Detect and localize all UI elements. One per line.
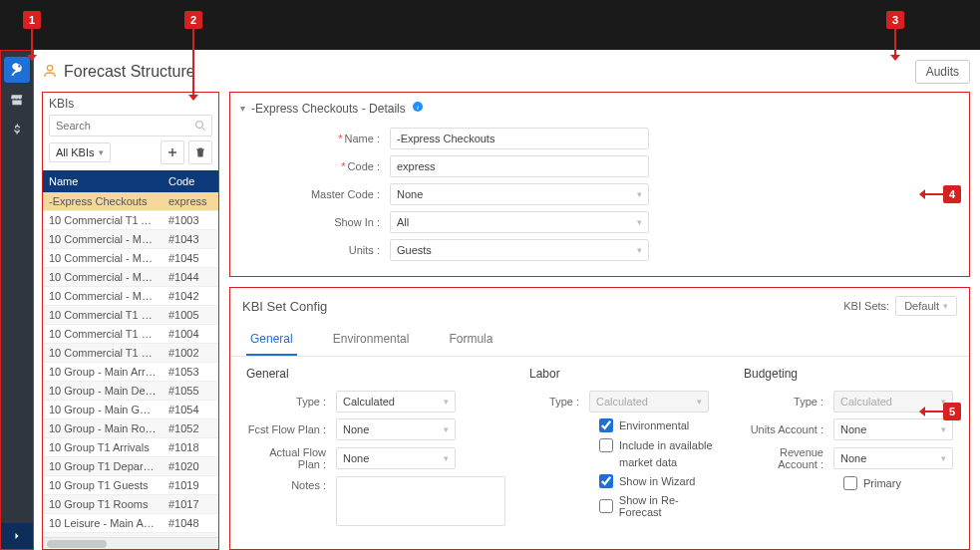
nav-dollar-icon[interactable] — [4, 117, 30, 142]
chevron-down-icon: ▾ — [444, 397, 449, 407]
label-revenue-account: Revenue Account : — [744, 446, 833, 470]
table-row[interactable]: 10 Group - Main Rooms#1052 — [43, 419, 218, 438]
units-account-select[interactable]: None▾ — [833, 418, 953, 440]
table-row[interactable]: 10 Commercial T1 Guests#1004 — [43, 325, 218, 344]
chk-show-wizard[interactable] — [599, 474, 613, 488]
chevron-down-icon: ▾ — [637, 189, 642, 199]
notes-textarea[interactable] — [336, 476, 505, 526]
collapse-icon[interactable]: ▾ — [240, 103, 245, 114]
label-units-account: Units Account : — [744, 423, 833, 435]
cell-code: #1004 — [163, 325, 218, 344]
tab-environmental[interactable]: Environmental — [329, 324, 414, 356]
name-input[interactable] — [390, 128, 649, 149]
cell-name: 10 Group - Main Rooms — [43, 419, 163, 438]
general-section: General Type : Calculated▾ Fcst Flow Pla… — [246, 367, 505, 539]
add-kbi-button[interactable] — [161, 140, 184, 164]
chk-environmental[interactable] — [599, 418, 613, 432]
label-show-in: Show In : — [290, 216, 390, 228]
chevron-down-icon: ▾ — [444, 424, 449, 434]
actual-flow-select[interactable]: None▾ — [336, 447, 456, 469]
cell-name: 10 Group - Main Departures — [43, 382, 163, 401]
callout-5: 5 — [943, 403, 961, 420]
table-row[interactable]: 10 Group - Main Guests#1054 — [43, 401, 218, 419]
tab-general[interactable]: General — [246, 324, 297, 356]
labor-heading: Labor — [529, 367, 720, 381]
table-row[interactable]: 10 Group T1 Departures#1020 — [43, 457, 218, 476]
cell-name: 10 Commercial T1 Guests — [43, 325, 163, 344]
table-row[interactable]: 10 Commercial T1 Arrivals#1003 — [43, 211, 218, 230]
labor-section: Labor Type : Calculated▾ Environmental I… — [529, 367, 720, 539]
table-row[interactable]: 10 Group - Main Arrivals#1053 — [43, 363, 218, 382]
cell-code: #1018 — [163, 438, 218, 457]
general-type-select[interactable]: Calculated▾ — [336, 391, 456, 412]
table-row[interactable]: 10 Group T1 Rooms#1017 — [43, 495, 218, 514]
cell-name: 10 Group T1 Departures — [43, 457, 163, 476]
code-input[interactable] — [390, 155, 649, 177]
col-code[interactable]: Code — [163, 170, 218, 192]
table-row[interactable]: 10 Commercial T1 Departu...#1005 — [43, 306, 218, 325]
budgeting-section: Budgeting Type : Calculated▾ Units Accou… — [744, 367, 953, 539]
horizontal-scrollbar[interactable] — [43, 537, 218, 549]
show-in-select[interactable]: All▾ — [390, 211, 649, 233]
callout-2: 2 — [184, 11, 202, 29]
label-name: *Name : — [290, 133, 390, 144]
budgeting-heading: Budgeting — [744, 367, 953, 381]
kbi-search-input[interactable] — [49, 115, 212, 137]
lbl-primary: Primary — [863, 477, 901, 489]
callout-1: 1 — [23, 11, 41, 29]
labor-type-select: Calculated▾ — [589, 391, 709, 412]
col-name[interactable]: Name — [43, 170, 163, 192]
table-row[interactable]: 10 Commercial T1 Rooms#1002 — [43, 344, 218, 363]
table-row[interactable]: 10 Group T1 Arrivals#1018 — [43, 438, 218, 457]
config-title: KBI Set Config — [242, 299, 327, 314]
kbi-sets-label: KBI Sets: — [843, 300, 889, 312]
lbl-show-wizard: Show in Wizard — [619, 475, 695, 487]
chk-show-reforecast[interactable] — [599, 499, 613, 513]
chevron-down-icon: ▾ — [637, 217, 642, 227]
fcst-flow-select[interactable]: None▾ — [336, 418, 456, 440]
svg-text:i: i — [417, 104, 419, 112]
cell-name: 10 Commercial - Main Arri... — [43, 230, 163, 249]
master-code-select[interactable]: None▾ — [390, 183, 649, 205]
cell-code: #1045 — [163, 249, 218, 268]
chevron-down-icon: ▾ — [943, 301, 948, 311]
nav-expand-button[interactable] — [1, 523, 33, 549]
cell-name: 10 Group - Main Guests — [43, 401, 163, 419]
cell-code: #1020 — [163, 457, 218, 476]
kbi-sets-select[interactable]: Default▾ — [895, 296, 957, 316]
cell-code: #1019 — [163, 476, 218, 495]
table-row[interactable]: 10 Commercial - Main Gue...#1044 — [43, 268, 218, 287]
general-heading: General — [246, 367, 505, 381]
revenue-account-select[interactable]: None▾ — [833, 447, 953, 469]
kbi-set-config-panel: KBI Set Config KBI Sets: Default▾ Genera… — [229, 287, 970, 550]
chevron-down-icon: ▾ — [444, 453, 449, 463]
table-row[interactable]: 10 Commercial - Main Roo...#1042 — [43, 287, 218, 306]
table-row[interactable]: 10 Commercial - Main De...#1045 — [43, 249, 218, 268]
cell-name: 10 Commercial - Main Gue... — [43, 268, 163, 287]
audits-button[interactable]: Audits — [915, 60, 970, 84]
table-row[interactable]: 10 Group - Main Departures#1055 — [43, 382, 218, 401]
table-row[interactable]: 10 Leisure - Main Arrivals#1048 — [43, 514, 218, 533]
units-select[interactable]: Guests▾ — [390, 239, 649, 261]
kbi-table: Name Code -Express Checkoutsexpress10 Co… — [43, 170, 218, 537]
lbl-market-data: market data — [619, 456, 677, 468]
cell-name: 10 Group T1 Guests — [43, 476, 163, 495]
cell-name: -Express Checkouts — [43, 192, 163, 211]
table-row[interactable]: 10 Group T1 Guests#1019 — [43, 476, 218, 495]
svg-point-0 — [47, 65, 52, 70]
page-title: Forecast Structure — [64, 63, 195, 81]
cell-code: #1054 — [163, 401, 218, 419]
info-icon[interactable]: i — [412, 101, 424, 116]
table-row[interactable]: 10 Commercial - Main Arri...#1043 — [43, 230, 218, 249]
cell-code: express — [163, 192, 218, 211]
kbi-filter-select[interactable]: All KBIs ▾ — [49, 142, 111, 162]
label-type: Type : — [246, 396, 336, 408]
cell-name: 10 Group T1 Arrivals — [43, 438, 163, 457]
delete-kbi-button[interactable] — [188, 140, 212, 164]
chk-primary[interactable] — [843, 476, 857, 490]
chk-include-available[interactable] — [599, 438, 613, 452]
tab-formula[interactable]: Formula — [445, 324, 496, 356]
cell-code: #1044 — [163, 268, 218, 287]
nav-store-icon[interactable] — [4, 87, 30, 113]
table-row[interactable]: -Express Checkoutsexpress — [43, 192, 218, 211]
